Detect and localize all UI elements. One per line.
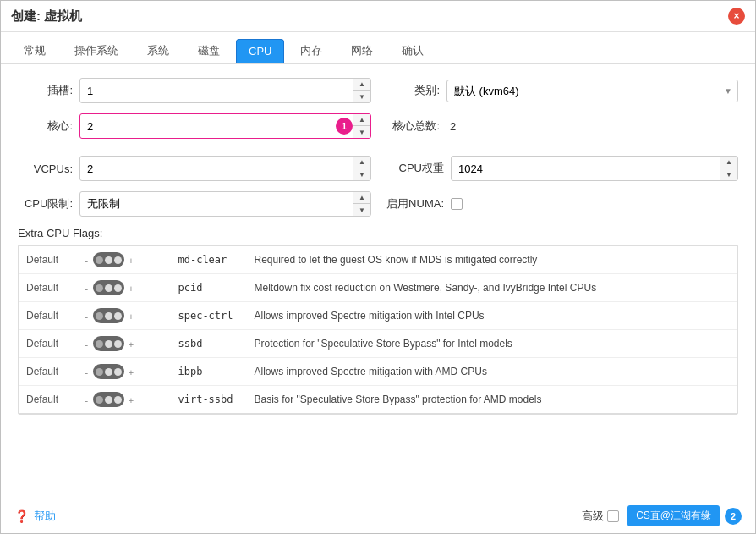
footer-right: 高级 CS直@江湖有缘 2 [582,505,742,526]
footer-badge: 2 [725,508,742,525]
help-icon: ❓ [14,509,29,523]
flag-name-1: pcid [172,274,248,302]
flag-desc-0: Required to let the guest OS know if MDS… [248,246,737,274]
vcpus-input-wrap: ▲ ▼ [79,156,371,181]
tab-cpu[interactable]: CPU [236,39,284,63]
socket-spin-down[interactable]: ▼ [353,91,370,102]
socket-spin-up[interactable]: ▲ [353,79,370,91]
cores-group: 核心: 1 ▲ ▼ [18,113,371,139]
category-label: 类别: [385,83,440,98]
flag-toggle-0[interactable]: - + [79,246,172,274]
table-row: Default - + pcid Meltdown fix cost reduc… [19,274,737,302]
socket-input-wrap: ▲ ▼ [79,78,371,103]
category-select[interactable]: 默认 (kvm64) [447,80,737,102]
cs-badge[interactable]: CS直@江湖有缘 [627,505,720,526]
flag-state-0: Default [19,246,79,274]
close-button[interactable]: × [728,8,745,25]
vcpus-label: VCPUs: [18,162,73,175]
table-row: Default - + spec-ctrl Allows improved Sp… [19,302,737,330]
dialog-title: 创建: 虚拟机 [11,8,82,25]
flag-state-5: Default [19,386,79,414]
table-row: Default - + md-clear Required to let the… [19,246,737,274]
total-cores-value: 2 [446,120,456,133]
cores-row: 核心: 1 ▲ ▼ 核心总数: 2 [18,113,738,139]
flag-desc-4: Allows improved Spectre mitigation with … [248,358,737,386]
tab-system[interactable]: 系统 [134,37,182,63]
tab-memory[interactable]: 内存 [288,37,335,63]
cores-input[interactable] [80,116,332,137]
vcpus-spin-up[interactable]: ▲ [353,157,370,168]
cpu-limit-input[interactable] [80,194,353,215]
flag-desc-5: Basis for "Speculative Store Bypass" pro… [248,386,737,414]
tab-network[interactable]: 网络 [338,37,386,63]
socket-row: 插槽: ▲ ▼ 类别: 默认 (kvm64) ▼ [18,78,738,103]
category-select-wrap: 默认 (kvm64) ▼ [446,80,738,102]
socket-label: 插槽: [18,83,73,98]
advanced-label: 高级 [582,509,604,524]
tabs-bar: 常规 操作系统 系统 磁盘 CPU 内存 网络 确认 [1,32,755,64]
cores-input-wrap: 1 ▲ ▼ [79,113,371,139]
main-content: 插槽: ▲ ▼ 类别: 默认 (kvm64) ▼ [1,64,755,498]
flag-toggle-2[interactable]: - + [79,302,172,330]
advanced-checkbox[interactable] [607,510,619,522]
socket-input[interactable] [80,80,353,102]
flag-toggle-5[interactable]: - + [79,386,172,414]
cores-badge: 1 [336,118,353,135]
flag-name-3: ssbd [172,330,248,358]
flags-table-wrapper: Default - + md-clear Required to let the… [18,245,738,415]
flag-name-5: virt-ssbd [172,386,248,414]
tab-confirm[interactable]: 确认 [389,37,436,63]
numa-checkbox[interactable] [451,198,463,210]
help-section[interactable]: ❓ 帮助 [14,509,56,524]
total-cores-label: 核心总数: [385,118,440,134]
flag-name-2: spec-ctrl [172,302,248,330]
cpu-weight-spin-down[interactable]: ▼ [720,168,737,180]
cpu-limit-spin-up[interactable]: ▲ [353,192,370,204]
cs-badge-label: CS直@江湖有缘 [636,509,711,521]
flag-desc-1: Meltdown fix cost reduction on Westmere,… [248,274,737,302]
flag-toggle-4[interactable]: - + [79,358,172,386]
flag-state-2: Default [19,302,79,330]
table-row: Default - + ssbd Protection for "Specula… [19,330,737,358]
cpu-limit-spin-down[interactable]: ▼ [353,204,370,216]
vcpus-row: VCPUs: ▲ ▼ CPU权重 ▲ ▼ [18,156,738,181]
socket-spinners: ▲ ▼ [353,79,370,102]
cpu-weight-label: CPU权重 [385,161,444,176]
flag-state-1: Default [19,274,79,302]
socket-group: 插槽: ▲ ▼ [18,78,371,103]
numa-group: 启用NUMA: [385,196,738,212]
flag-state-3: Default [19,330,79,358]
flag-toggle-3[interactable]: - + [79,330,172,358]
flag-desc-2: Allows improved Spectre mitigation with … [248,302,737,330]
total-cores-group: 核心总数: 2 [385,118,738,134]
cpu-limit-row: CPU限制: ▲ ▼ 启用NUMA: [18,191,738,217]
flag-desc-3: Protection for "Speculative Store Bypass… [248,330,737,358]
cores-spin-down[interactable]: ▼ [353,126,370,138]
cpu-weight-spin-up[interactable]: ▲ [720,157,737,168]
cpu-weight-spinners: ▲ ▼ [720,157,737,180]
title-bar: 创建: 虚拟机 × [1,1,755,32]
advanced-section: 高级 [582,509,619,524]
cpu-weight-group: CPU权重 ▲ ▼ [385,156,738,181]
footer: ❓ 帮助 高级 CS直@江湖有缘 2 [1,498,755,533]
category-group: 类别: 默认 (kvm64) ▼ [385,80,738,102]
flags-table: Default - + md-clear Required to let the… [19,245,737,414]
vcpus-spin-down[interactable]: ▼ [353,168,370,180]
numa-checkbox-wrap [451,198,463,210]
numa-label: 启用NUMA: [385,196,444,212]
cpu-limit-group: CPU限制: ▲ ▼ [18,191,371,217]
flag-toggle-1[interactable]: - + [79,274,172,302]
table-row: Default - + ibpb Allows improved Spectre… [19,358,737,386]
tab-disk[interactable]: 磁盘 [185,37,233,63]
cpu-weight-input-wrap: ▲ ▼ [451,156,738,181]
cpu-limit-label: CPU限制: [18,196,73,212]
help-label: 帮助 [34,509,56,524]
tab-os[interactable]: 操作系统 [62,37,131,63]
vcpus-spinners: ▲ ▼ [353,157,370,180]
cores-spinners: ▲ ▼ [353,114,370,138]
vcpus-input[interactable] [80,158,353,179]
cores-spin-up[interactable]: ▲ [353,114,370,126]
flag-name-4: ibpb [172,358,248,386]
cpu-weight-input[interactable] [452,158,720,179]
tab-general[interactable]: 常规 [11,37,58,63]
